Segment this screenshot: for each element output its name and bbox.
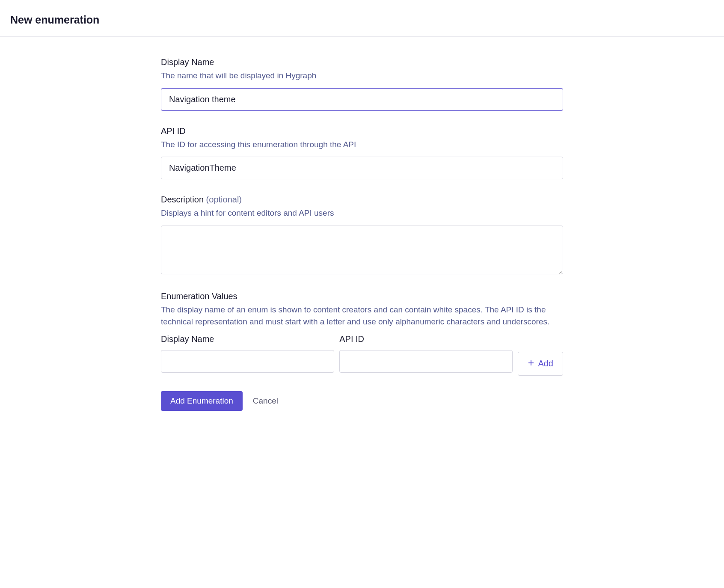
api-id-label: API ID: [161, 126, 563, 136]
submit-button[interactable]: Add Enumeration: [161, 391, 243, 411]
form-container: Display Name The name that will be displ…: [161, 37, 563, 428]
enum-display-name-input[interactable]: [161, 350, 334, 373]
description-group: Description (optional) Displays a hint f…: [161, 195, 563, 276]
page-header: New enumeration: [0, 0, 724, 37]
api-id-hint: The ID for accessing this enumeration th…: [161, 139, 563, 151]
form-actions: Add Enumeration Cancel: [161, 391, 563, 411]
enum-values-hint: The display name of an enum is shown to …: [161, 304, 563, 328]
cancel-button[interactable]: Cancel: [253, 391, 278, 411]
display-name-hint: The name that will be displayed in Hygra…: [161, 70, 563, 82]
description-optional: (optional): [206, 195, 242, 204]
description-label-text: Description: [161, 195, 204, 204]
description-input[interactable]: [161, 226, 563, 274]
page-title: New enumeration: [10, 14, 714, 26]
enum-api-id-col: API ID: [339, 334, 513, 373]
description-hint: Displays a hint for content editors and …: [161, 207, 563, 220]
plus-icon: [528, 359, 534, 368]
display-name-group: Display Name The name that will be displ…: [161, 57, 563, 111]
display-name-label: Display Name: [161, 57, 563, 67]
display-name-input[interactable]: [161, 88, 563, 111]
enum-api-id-label: API ID: [339, 334, 513, 344]
api-id-group: API ID The ID for accessing this enumera…: [161, 126, 563, 180]
enum-values-row: Display Name API ID Add: [161, 334, 563, 376]
enum-api-id-input[interactable]: [339, 350, 513, 373]
api-id-input[interactable]: [161, 157, 563, 179]
add-enum-value-button[interactable]: Add: [518, 352, 563, 376]
add-enum-value-label: Add: [538, 359, 553, 368]
enum-values-group: Enumeration Values The display name of a…: [161, 291, 563, 376]
description-label: Description (optional): [161, 195, 563, 205]
enum-display-name-col: Display Name: [161, 334, 334, 373]
enum-display-name-label: Display Name: [161, 334, 334, 344]
enum-values-label: Enumeration Values: [161, 291, 563, 301]
